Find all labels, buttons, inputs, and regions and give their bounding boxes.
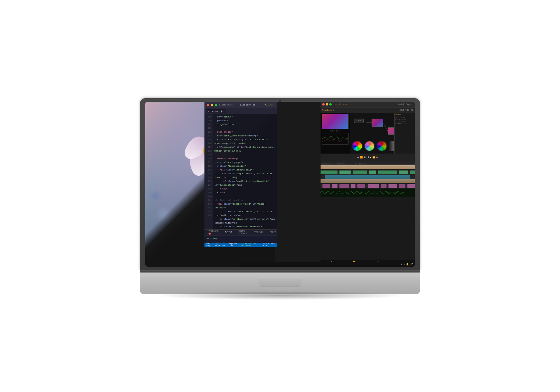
track-4[interactable] bbox=[321, 179, 415, 183]
node-graph-area[interactable]: Corr bbox=[350, 113, 394, 154]
nav-back[interactable]: ⏪ bbox=[360, 156, 363, 159]
screen-bezel: election.js election.js 🔍 lowk election.… bbox=[145, 102, 415, 267]
status-bar: Add Logs 🔧 CyberCoder Improve Code ✓ Com… bbox=[204, 243, 277, 247]
screen-content: election.js election.js 🔍 lowk election.… bbox=[145, 102, 415, 267]
status-share[interactable]: Share Code Link bbox=[263, 243, 275, 247]
play-btn[interactable]: ▶ bbox=[370, 156, 372, 159]
davinci-min[interactable] bbox=[326, 103, 328, 106]
code-editor[interactable]: 119120121122123 124125126127128 12913013… bbox=[204, 114, 277, 229]
timeline-tracks[interactable] bbox=[321, 165, 415, 200]
vscode-panel[interactable]: election.js election.js 🔍 lowk election.… bbox=[204, 102, 277, 247]
node-box-1[interactable]: Corr bbox=[354, 119, 364, 123]
davinci-file-title: style.scor bbox=[335, 103, 347, 106]
code-lines: id="topnav"> pholder> "logo"></div> item… bbox=[213, 114, 277, 229]
svg-line-2 bbox=[383, 123, 388, 131]
status-cybercoder[interactable]: 🔧 CyberCoder bbox=[215, 242, 227, 247]
nav-prev[interactable]: ⏮ bbox=[357, 156, 359, 159]
audio-waveform bbox=[321, 189, 415, 197]
tab-election[interactable]: election.js bbox=[206, 109, 226, 113]
macbook-shadow bbox=[154, 291, 406, 300]
davinci-resolve-panel[interactable]: style.scor Quick Export Timeline 1 00:07… bbox=[321, 102, 415, 267]
svg-rect-14 bbox=[410, 170, 415, 174]
line-numbers: 119120121122123 124125126127128 12913013… bbox=[204, 114, 213, 229]
tab-debug[interactable]: DEBUG CONSOLE bbox=[237, 229, 249, 235]
trackpad[interactable] bbox=[260, 278, 300, 286]
svg-rect-25 bbox=[321, 189, 415, 197]
tab-output[interactable]: OUTPUT bbox=[223, 231, 234, 234]
fast-fwd[interactable]: ⏩ bbox=[372, 156, 375, 159]
maximize-button[interactable] bbox=[215, 104, 217, 106]
timeline-label: Timeline 1 bbox=[322, 109, 335, 111]
status-improve[interactable]: Improve Code bbox=[229, 243, 239, 247]
svg-rect-20 bbox=[368, 184, 379, 188]
vscode-tabs: election.js bbox=[204, 108, 277, 114]
svg-rect-12 bbox=[378, 170, 397, 174]
preview-thumbnail bbox=[322, 114, 349, 129]
status-add-logs[interactable]: Add Logs bbox=[206, 243, 213, 247]
macbook-lid: election.js election.js 🔍 lowk election.… bbox=[140, 98, 420, 270]
tab-ports[interactable]: PORTS bbox=[268, 231, 277, 234]
close-button[interactable] bbox=[207, 104, 209, 106]
params-label: Nodes bbox=[396, 114, 414, 116]
clip-teal[interactable] bbox=[325, 175, 410, 179]
param-row: Mix: 1.00 bbox=[396, 117, 414, 119]
green-clips-svg bbox=[321, 170, 415, 174]
tray-icon-2: ☁ bbox=[403, 263, 405, 266]
color-wheel-gain[interactable] bbox=[377, 141, 387, 151]
color-params-panel: Nodes Mix: 1.00 Gain: 0.00 Lift: 0.00 Ga… bbox=[394, 113, 415, 154]
tray-icon-4: 🎤 bbox=[410, 263, 413, 266]
track-3[interactable] bbox=[321, 175, 415, 179]
stop-btn[interactable]: ⏹ bbox=[364, 156, 366, 159]
svg-rect-15 bbox=[322, 184, 330, 188]
svg-rect-9 bbox=[339, 170, 351, 174]
audio-track[interactable] bbox=[321, 189, 415, 197]
tab-problems[interactable]: PROBLEMS 2 bbox=[207, 229, 220, 235]
waveform-scope bbox=[322, 133, 348, 144]
clip-tan-2[interactable] bbox=[321, 179, 415, 183]
file-title: election.js bbox=[234, 103, 261, 106]
svg-rect-21 bbox=[381, 184, 386, 188]
minimize-button[interactable] bbox=[211, 104, 213, 106]
macbook-hinge bbox=[140, 270, 420, 273]
search-bar[interactable]: 🔍 lowk bbox=[263, 103, 275, 106]
node-image[interactable] bbox=[372, 119, 383, 127]
param-row: Gamma: 0.00 bbox=[396, 123, 414, 125]
davinci-close[interactable] bbox=[322, 103, 325, 106]
macbook-base bbox=[140, 270, 420, 294]
watching-text: Watching... bbox=[207, 237, 275, 240]
svg-rect-19 bbox=[357, 184, 365, 188]
pause-btn[interactable]: ⏸ bbox=[367, 156, 369, 159]
svg-rect-8 bbox=[321, 170, 337, 174]
thumbnail-label: Color Demo bbox=[322, 130, 349, 132]
timecode: 00:07:01:25 bbox=[400, 109, 413, 111]
terminal-tabs: PROBLEMS 2 OUTPUT DEBUG CONSOLE TERMINAL… bbox=[204, 229, 277, 235]
camera-dot bbox=[279, 100, 281, 102]
system-tray: ▲ ☁ 🔔 🎤 bbox=[239, 262, 415, 267]
nav-next[interactable]: ⏭ bbox=[376, 156, 379, 159]
svg-rect-10 bbox=[353, 170, 367, 174]
playhead bbox=[344, 165, 344, 200]
svg-rect-13 bbox=[399, 170, 408, 174]
svg-text:| 2 FRAMES |: | 2 FRAMES | bbox=[332, 163, 345, 165]
svg-text:00:22:00: 00:22:00 bbox=[322, 163, 330, 165]
scope-view bbox=[322, 133, 349, 145]
revert-button[interactable]: election.js bbox=[219, 104, 232, 106]
svg-rect-22 bbox=[388, 184, 397, 188]
track-5[interactable] bbox=[321, 184, 415, 188]
color-wheel-lift[interactable] bbox=[352, 141, 363, 151]
color-section: Color Demo bbox=[321, 113, 415, 154]
color-wheel-gamma[interactable] bbox=[364, 141, 375, 151]
macbook-device: election.js election.js 🔍 lowk election.… bbox=[140, 98, 420, 294]
clip-tan[interactable] bbox=[321, 165, 415, 169]
vscode-titlebar: election.js election.js 🔍 lowk bbox=[204, 102, 277, 108]
node-image-2[interactable] bbox=[388, 127, 394, 135]
thumbnail-strip: Color Demo bbox=[321, 113, 350, 154]
svg-rect-23 bbox=[399, 184, 405, 188]
tab-terminal[interactable]: TERMINAL bbox=[252, 231, 265, 234]
svg-rect-11 bbox=[369, 170, 376, 174]
quick-export-button[interactable]: Quick Export bbox=[398, 103, 413, 106]
davinci-max[interactable] bbox=[329, 103, 332, 106]
timeline-ruler: 00:22:00 | 2 FRAMES | 01:04:2:00 bbox=[321, 161, 415, 165]
track-1[interactable] bbox=[321, 165, 415, 169]
track-2[interactable] bbox=[321, 170, 415, 174]
